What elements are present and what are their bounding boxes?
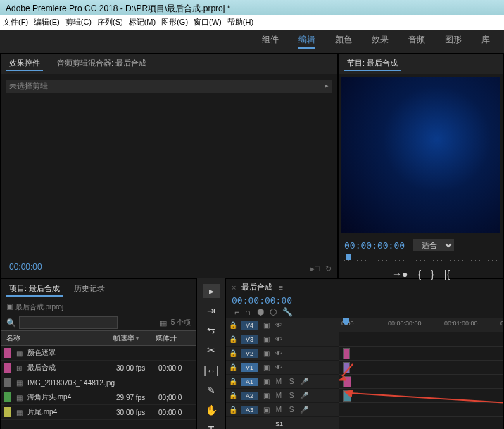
lock-icon[interactable]: 🔒 <box>229 378 237 385</box>
mute-button[interactable]: M <box>275 378 283 385</box>
tab-program[interactable]: 节目: 最后合成 <box>344 56 401 71</box>
pen-tool-icon[interactable]: ✎ <box>203 383 220 397</box>
go-in-icon[interactable]: |{ <box>444 268 450 280</box>
linked-icon[interactable]: ∩ <box>245 307 251 317</box>
slip-tool-icon[interactable]: |↔| <box>203 363 220 378</box>
search-input[interactable] <box>19 316 118 329</box>
audio-track-header[interactable]: 🔒A3▣MS🎤 <box>226 403 339 417</box>
voice-icon[interactable]: 🎤 <box>300 378 308 385</box>
mark-in-icon[interactable]: →● <box>392 268 408 280</box>
menu-clip[interactable]: 剪辑(C) <box>65 17 92 28</box>
toggle-eye-icon[interactable]: 👁 <box>275 363 283 371</box>
menu-file[interactable]: 文件(F) <box>3 17 28 28</box>
project-item[interactable]: ⊞最后合成30.00 fps00:00:0 <box>1 361 196 375</box>
workspace-editing[interactable]: 编辑 <box>298 34 315 49</box>
col-media[interactable]: 媒体开 <box>156 333 191 343</box>
solo-button[interactable]: S <box>287 406 296 414</box>
audio-track-header[interactable]: 🔒A1▣MS🎤 <box>226 375 339 389</box>
menu-graphics[interactable]: 图形(G) <box>161 17 188 28</box>
track-label[interactable]: V4 <box>241 321 258 330</box>
type-tool-icon[interactable]: T <box>203 423 220 429</box>
timeline-tab[interactable]: 最后合成 <box>241 282 272 292</box>
mute-button[interactable]: M <box>275 406 283 414</box>
snap-icon[interactable]: ⌐ <box>234 307 239 317</box>
menu-help[interactable]: 帮助(H) <box>227 17 253 28</box>
clip-v2[interactable] <box>343 362 350 373</box>
source-btn-2[interactable]: ↻ <box>325 264 332 273</box>
program-monitor[interactable] <box>341 77 500 233</box>
workspace-library[interactable]: 库 <box>481 34 490 49</box>
lock-icon[interactable]: 🔒 <box>229 392 237 399</box>
disclosure-icon[interactable]: ▸ <box>325 81 329 92</box>
ripple-tool-icon[interactable]: ⇆ <box>203 323 220 337</box>
track-label[interactable]: A1 <box>241 378 258 386</box>
toggle-eye-icon[interactable]: 👁 <box>275 349 283 357</box>
track-a1[interactable] <box>339 389 503 403</box>
marker-icon[interactable]: ⬢ <box>257 307 264 317</box>
video-track-header[interactable]: 🔒V1▣👁 <box>226 361 339 375</box>
video-track-header[interactable]: 🔒V3▣👁 <box>226 332 339 347</box>
zoom-select[interactable]: 适合 <box>413 239 454 251</box>
track-a2[interactable] <box>339 403 503 417</box>
toggle-output-icon[interactable]: ▣ <box>262 321 270 329</box>
track-v2[interactable] <box>339 361 503 375</box>
workspace-graphics[interactable]: 图形 <box>445 34 462 49</box>
track-v3[interactable] <box>339 347 503 361</box>
voice-icon[interactable]: 🎤 <box>300 406 308 414</box>
toggle-output-icon[interactable]: ▣ <box>262 392 270 399</box>
track-select-tool-icon[interactable]: ⇥ <box>203 304 220 318</box>
video-track-header[interactable]: 🔒V4▣👁 <box>226 318 339 332</box>
wrench-icon[interactable]: 🔧 <box>282 307 293 317</box>
lock-icon[interactable]: 🔒 <box>229 406 237 414</box>
lock-icon[interactable]: 🔒 <box>229 349 237 357</box>
razor-tool-icon[interactable]: ✂ <box>203 343 220 357</box>
project-item[interactable]: ▦海角片头.mp429.97 fps00;00;0 <box>1 390 196 405</box>
clip-v3[interactable] <box>343 348 350 359</box>
menu-marker[interactable]: 标记(M) <box>129 17 156 28</box>
workspace-audio[interactable]: 音频 <box>408 34 425 49</box>
col-name[interactable]: 名称 <box>6 333 113 343</box>
voice-icon[interactable]: 🎤 <box>300 392 308 399</box>
track-v4[interactable] <box>339 332 503 347</box>
source-btn-1[interactable]: ▸□ <box>310 264 320 273</box>
mark-out-icon[interactable]: { <box>417 268 421 280</box>
tab-effect-controls[interactable]: 效果控件 <box>6 56 43 71</box>
col-fps[interactable]: 帧速率▾ <box>113 333 156 343</box>
track-label[interactable]: A2 <box>241 392 258 400</box>
clip-a1[interactable] <box>343 390 351 402</box>
lock-icon[interactable]: 🔒 <box>229 335 237 343</box>
source-timecode[interactable]: 00:00:00 <box>4 259 48 275</box>
hand-tool-icon[interactable]: ✋ <box>203 403 220 417</box>
program-ruler[interactable] <box>344 254 498 266</box>
lock-icon[interactable]: 🔒 <box>229 363 237 371</box>
timeline-playhead[interactable] <box>346 318 346 429</box>
video-track-header[interactable]: 🔒V2▣👁 <box>226 347 339 361</box>
bracket-icon[interactable]: } <box>431 268 434 280</box>
toggle-output-icon[interactable]: ▣ <box>262 378 270 385</box>
clip-v1[interactable] <box>343 376 351 387</box>
toggle-eye-icon[interactable]: 👁 <box>275 335 283 343</box>
search-icon[interactable]: 🔍 <box>6 318 16 328</box>
toggle-output-icon[interactable]: ▣ <box>262 349 270 357</box>
menu-window[interactable]: 窗口(W) <box>194 17 222 28</box>
track-a3[interactable] <box>339 417 503 429</box>
menu-edit[interactable]: 编辑(E) <box>34 17 60 28</box>
filter-icon[interactable]: ▦ <box>160 318 167 328</box>
track-label[interactable]: V2 <box>241 349 258 358</box>
menu-sequence[interactable]: 序列(S) <box>97 17 123 28</box>
timeline-timecode[interactable]: 00:00:00:00 <box>232 295 292 306</box>
tab-history[interactable]: 历史记录 <box>71 282 108 297</box>
track-label[interactable]: V3 <box>241 335 258 344</box>
toggle-output-icon[interactable]: ▣ <box>262 363 270 371</box>
lock-icon[interactable]: 🔒 <box>229 321 237 329</box>
workspace-effects[interactable]: 效果 <box>372 34 389 49</box>
timeline-content[interactable]: 0:00 00:00:30:00 00:01:00:00 00:01:30:00… <box>339 318 503 429</box>
tab-audio-mixer[interactable]: 音频剪辑混合器: 最后合成 <box>54 56 149 71</box>
toggle-output-icon[interactable]: ▣ <box>262 406 270 414</box>
program-playhead[interactable] <box>346 254 351 260</box>
timeline-ruler[interactable]: 0:00 00:00:30:00 00:01:00:00 00:01:30:00… <box>339 318 503 332</box>
track-v1[interactable] <box>339 375 503 389</box>
solo-button[interactable]: S <box>287 392 296 399</box>
track-label[interactable]: V1 <box>241 363 258 372</box>
settings-icon[interactable]: ⬡ <box>270 307 277 317</box>
